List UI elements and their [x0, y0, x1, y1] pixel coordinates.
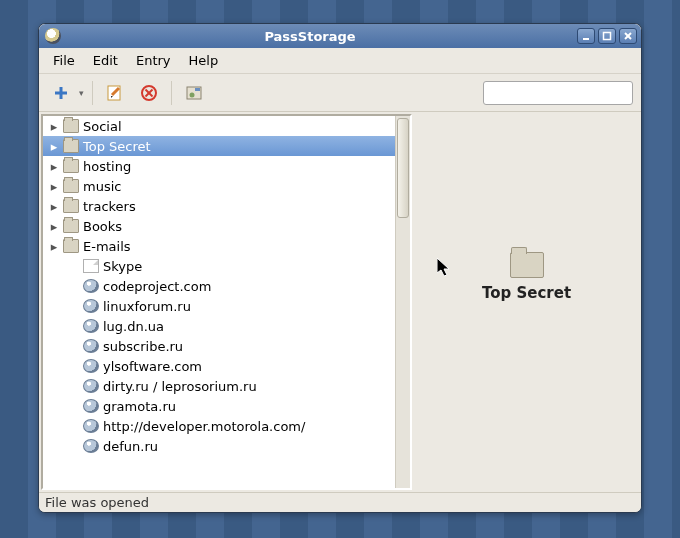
menu-file[interactable]: File [45, 50, 83, 71]
tree-row[interactable]: subscribe.ru [43, 336, 395, 356]
expander-icon[interactable]: ▸ [49, 159, 59, 174]
menu-edit[interactable]: Edit [85, 50, 126, 71]
menubar: File Edit Entry Help [39, 48, 641, 74]
folder-icon [63, 219, 79, 233]
toolbar-separator [92, 81, 93, 105]
tree-panel: ▸Social▸Top Secret▸hosting▸music▸tracker… [41, 114, 412, 490]
toolbar-separator [171, 81, 172, 105]
search-box[interactable] [483, 81, 633, 105]
tree-row[interactable]: codeproject.com [43, 276, 395, 296]
statusbar: File was opened [39, 492, 641, 512]
svg-point-13 [189, 92, 194, 97]
tree-item-label: subscribe.ru [103, 339, 183, 354]
note-icon [83, 259, 99, 273]
tree-row[interactable]: defun.ru [43, 436, 395, 456]
expander-icon[interactable]: ▸ [49, 139, 59, 154]
application-window: PassStorage File Edit Entry Help ▾ [38, 23, 642, 513]
globe-icon [83, 419, 99, 433]
menu-help[interactable]: Help [181, 50, 227, 71]
folder-icon [63, 159, 79, 173]
tree-row[interactable]: ▸Social [43, 116, 395, 136]
tree-row[interactable]: ▸Top Secret [43, 136, 395, 156]
window-title: PassStorage [43, 29, 577, 44]
tree-row[interactable]: ▸trackers [43, 196, 395, 216]
tree-row[interactable]: ▸music [43, 176, 395, 196]
tree-item-label: Skype [103, 259, 142, 274]
tree-row[interactable]: http://developer.motorola.com/ [43, 416, 395, 436]
folder-icon [63, 119, 79, 133]
tree-row[interactable]: ▸hosting [43, 156, 395, 176]
expander-icon[interactable]: ▸ [49, 219, 59, 234]
tree-row[interactable]: ylsoftware.com [43, 356, 395, 376]
status-text: File was opened [45, 495, 149, 510]
tree-item-label: defun.ru [103, 439, 158, 454]
folder-icon [63, 139, 79, 153]
titlebar[interactable]: PassStorage [39, 24, 641, 48]
tree-row[interactable]: Skype [43, 256, 395, 276]
edit-button[interactable] [101, 79, 129, 107]
toolbar: ▾ [39, 74, 641, 112]
minimize-button[interactable] [577, 28, 595, 44]
search-input[interactable] [492, 86, 642, 100]
tree-row[interactable]: ▸Books [43, 216, 395, 236]
folder-icon [510, 252, 544, 278]
svg-rect-1 [604, 33, 611, 40]
detail-title: Top Secret [482, 284, 571, 302]
expander-icon[interactable]: ▸ [49, 239, 59, 254]
tree-item-label: music [83, 179, 121, 194]
tree-item-label: codeproject.com [103, 279, 211, 294]
globe-icon [83, 439, 99, 453]
tree-item-label: Social [83, 119, 122, 134]
tree-row[interactable]: dirty.ru / leprosorium.ru [43, 376, 395, 396]
add-button[interactable] [47, 79, 75, 107]
close-button[interactable] [619, 28, 637, 44]
tree-item-label: Books [83, 219, 122, 234]
globe-icon [83, 379, 99, 393]
tree-item-label: trackers [83, 199, 136, 214]
scrollbar-thumb[interactable] [397, 118, 409, 218]
globe-icon [83, 299, 99, 313]
globe-icon [83, 399, 99, 413]
expander-icon[interactable]: ▸ [49, 179, 59, 194]
tree-item-label: lug.dn.ua [103, 319, 164, 334]
folder-icon [63, 179, 79, 193]
tree-item-label: Top Secret [83, 139, 151, 154]
globe-icon [83, 279, 99, 293]
expander-icon[interactable]: ▸ [49, 199, 59, 214]
tree-row[interactable]: linuxforum.ru [43, 296, 395, 316]
globe-icon [83, 339, 99, 353]
globe-icon [83, 359, 99, 373]
tree-item-label: E-mails [83, 239, 131, 254]
expander-icon[interactable]: ▸ [49, 119, 59, 134]
menu-entry[interactable]: Entry [128, 50, 179, 71]
tree-scrollbar[interactable] [395, 116, 410, 488]
maximize-button[interactable] [598, 28, 616, 44]
tree-row[interactable]: gramota.ru [43, 396, 395, 416]
tree-row[interactable]: ▸E-mails [43, 236, 395, 256]
tree-item-label: http://developer.motorola.com/ [103, 419, 305, 434]
add-dropdown-icon[interactable]: ▾ [79, 88, 84, 98]
content-area: ▸Social▸Top Secret▸hosting▸music▸tracker… [39, 112, 641, 492]
tree-item-label: dirty.ru / leprosorium.ru [103, 379, 257, 394]
tree-row[interactable]: lug.dn.ua [43, 316, 395, 336]
folder-icon [63, 239, 79, 253]
tree-item-label: gramota.ru [103, 399, 176, 414]
preferences-button[interactable] [180, 79, 208, 107]
svg-rect-14 [195, 88, 200, 91]
tree-item-label: ylsoftware.com [103, 359, 202, 374]
tree-item-label: hosting [83, 159, 131, 174]
tree-item-label: linuxforum.ru [103, 299, 191, 314]
entry-tree[interactable]: ▸Social▸Top Secret▸hosting▸music▸tracker… [43, 116, 395, 488]
remove-button[interactable] [135, 79, 163, 107]
folder-icon [63, 199, 79, 213]
globe-icon [83, 319, 99, 333]
detail-panel: Top Secret [412, 112, 641, 492]
